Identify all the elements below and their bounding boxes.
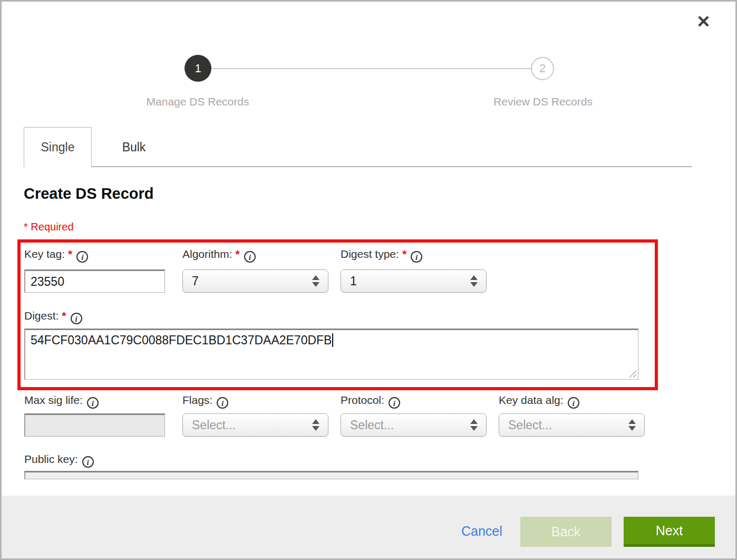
info-icon[interactable]: i bbox=[217, 397, 228, 409]
tab-divider bbox=[91, 166, 692, 167]
key-data-alg-select[interactable]: Select... bbox=[499, 413, 645, 437]
flags-label: Flags:i bbox=[182, 394, 228, 409]
digest-type-label: Digest type:*i bbox=[341, 248, 422, 263]
tab-single[interactable]: Single bbox=[24, 127, 92, 167]
text-cursor bbox=[332, 333, 333, 347]
algorithm-value: 7 bbox=[192, 274, 199, 288]
stepper-step-1-circle: 1 bbox=[185, 55, 211, 82]
tab-bulk[interactable]: Bulk bbox=[92, 127, 176, 167]
key-tag-label: Key tag:*i bbox=[24, 248, 88, 263]
required-asterisk: * bbox=[236, 248, 240, 260]
stepper-connector bbox=[212, 68, 531, 69]
public-key-textarea[interactable] bbox=[24, 471, 638, 479]
key-tag-label-text: Key tag: bbox=[24, 248, 65, 260]
close-icon[interactable]: ✕ bbox=[696, 13, 711, 30]
digest-label: Digest:*i bbox=[24, 310, 82, 324]
required-note: * Required bbox=[24, 221, 74, 233]
digest-type-select[interactable]: 1 bbox=[341, 269, 487, 293]
digest-type-label-text: Digest type: bbox=[341, 248, 399, 260]
max-sig-life-input[interactable] bbox=[24, 413, 165, 437]
page-title: Create DS Record bbox=[24, 185, 154, 202]
algorithm-label-text: Algorithm: bbox=[182, 248, 232, 260]
required-asterisk: * bbox=[62, 310, 66, 322]
max-sig-life-label: Max sig life:i bbox=[24, 394, 99, 409]
max-sig-life-label-text: Max sig life: bbox=[24, 394, 83, 406]
public-key-label: Public key:i bbox=[24, 453, 94, 468]
stepper-step-1-label: Manage DS Records bbox=[103, 95, 293, 108]
flags-select[interactable]: Select... bbox=[182, 413, 328, 437]
info-icon[interactable]: i bbox=[71, 313, 82, 324]
info-icon[interactable]: i bbox=[82, 456, 94, 468]
select-arrows-icon bbox=[628, 419, 636, 431]
digest-label-text: Digest: bbox=[24, 310, 59, 322]
info-icon[interactable]: i bbox=[87, 397, 99, 409]
digest-textarea[interactable]: 54FCF030AA1C79C0088FDEC1BD1C37DAA2E70DFB bbox=[24, 329, 638, 380]
resize-handle[interactable] bbox=[627, 368, 636, 378]
algorithm-label: Algorithm:*i bbox=[182, 248, 256, 263]
digest-value: 54FCF030AA1C79C0088FDEC1BD1C37DAA2E70DFB bbox=[31, 333, 332, 347]
digest-type-value: 1 bbox=[350, 274, 357, 288]
key-tag-input[interactable]: 23550 bbox=[24, 269, 165, 293]
select-arrows-icon bbox=[312, 419, 319, 431]
public-key-label-text: Public key: bbox=[24, 453, 78, 465]
required-asterisk: * bbox=[402, 248, 406, 260]
protocol-label: Protocol:i bbox=[341, 394, 400, 409]
next-button[interactable]: Next bbox=[624, 517, 715, 547]
info-icon[interactable]: i bbox=[389, 397, 400, 409]
select-arrows-icon bbox=[470, 275, 478, 287]
stepper-step-2-label: Review DS Records bbox=[448, 95, 638, 108]
info-icon[interactable]: i bbox=[76, 251, 88, 263]
key-data-alg-value: Select... bbox=[508, 418, 552, 432]
info-icon[interactable]: i bbox=[568, 397, 579, 409]
key-data-alg-label: Key data alg:i bbox=[499, 394, 579, 409]
back-button[interactable]: Back bbox=[520, 517, 612, 547]
protocol-value: Select... bbox=[350, 418, 394, 432]
protocol-select[interactable]: Select... bbox=[341, 413, 487, 437]
key-tag-value: 23550 bbox=[31, 275, 64, 289]
info-icon[interactable]: i bbox=[244, 251, 256, 263]
select-arrows-icon bbox=[470, 419, 478, 431]
algorithm-select[interactable]: 7 bbox=[182, 269, 328, 293]
create-ds-record-modal: ✕ 1 2 Manage DS Records Review DS Record… bbox=[0, 0, 737, 560]
key-data-alg-label-text: Key data alg: bbox=[499, 394, 564, 406]
cancel-link[interactable]: Cancel bbox=[461, 524, 502, 539]
select-arrows-icon bbox=[312, 275, 319, 287]
required-asterisk: * bbox=[68, 248, 72, 260]
info-icon[interactable]: i bbox=[411, 251, 422, 263]
stepper-step-2-circle: 2 bbox=[531, 57, 554, 80]
protocol-label-text: Protocol: bbox=[341, 394, 384, 406]
flags-label-text: Flags: bbox=[182, 394, 212, 406]
flags-value: Select... bbox=[192, 418, 236, 432]
